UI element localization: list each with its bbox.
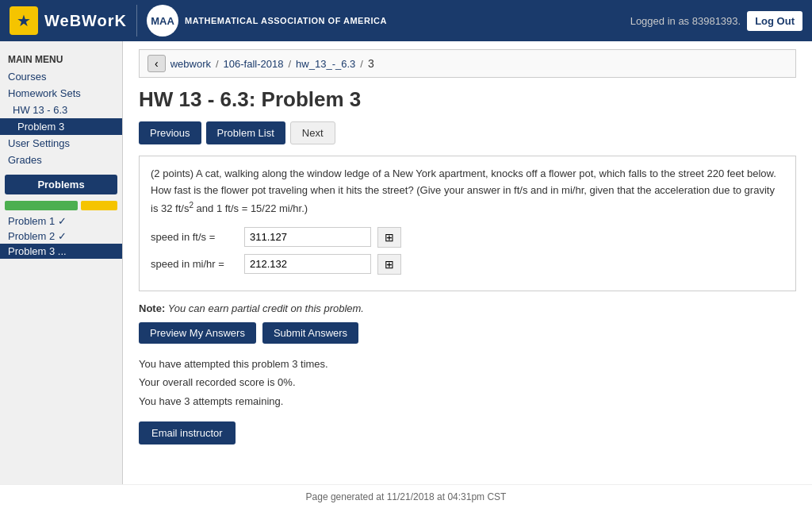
attempt-line2: Your overall recorded score is 0%. bbox=[139, 373, 796, 391]
webwork-logo: ★ WeBWorK bbox=[10, 6, 127, 35]
top-bar-right: Logged in as 83981393. Log Out bbox=[630, 11, 802, 31]
top-bar-left: ★ WeBWorK MAA MATHEMATICAL ASSOCIATION O… bbox=[10, 5, 387, 37]
breadcrumb-sep1: / bbox=[216, 58, 219, 70]
logout-button[interactable]: Log Out bbox=[747, 11, 802, 31]
breadcrumb-sep3: / bbox=[360, 58, 363, 70]
problem-list-button[interactable]: Problem List bbox=[206, 121, 285, 144]
page-title: HW 13 - 6.3: Problem 3 bbox=[139, 87, 796, 112]
breadcrumb-number: 3 bbox=[368, 57, 374, 70]
back-button[interactable]: ‹ bbox=[147, 55, 166, 72]
breadcrumb-hw[interactable]: hw_13_-_6.3 bbox=[296, 58, 355, 70]
sidebar-problem1[interactable]: Problem 1 ✓ bbox=[0, 214, 122, 229]
note-text: Note: You can earn partial credit on thi… bbox=[139, 302, 796, 314]
breadcrumb-webwork[interactable]: webwork bbox=[170, 58, 211, 70]
webwork-title: WeBWorK bbox=[44, 12, 127, 30]
submit-answers-button[interactable]: Submit Answers bbox=[262, 322, 358, 344]
breadcrumb: ‹ webwork / 106-fall-2018 / hw_13_-_6.3 … bbox=[139, 49, 796, 78]
problem-box: (2 points) A cat, walking along the wind… bbox=[139, 156, 796, 291]
attempt-info: You have attempted this problem 3 times.… bbox=[139, 355, 796, 410]
main-menu-label: MAIN MENU bbox=[0, 49, 122, 68]
sidebar-problem2[interactable]: Problem 2 ✓ bbox=[0, 229, 122, 244]
sidebar-item-user-settings[interactable]: User Settings bbox=[0, 135, 122, 152]
action-buttons: Preview My Answers Submit Answers bbox=[139, 322, 796, 344]
progress-green bbox=[5, 201, 78, 210]
sidebar: MAIN MENU Courses Homework Sets HW 13 - … bbox=[0, 41, 123, 484]
footer: Page generated at 11/21/2018 at 04:31pm … bbox=[0, 484, 812, 508]
footer-text: Page generated at 11/21/2018 at 04:31pm … bbox=[306, 491, 507, 502]
progress-bar bbox=[5, 201, 117, 210]
note-content: You can earn partial credit on this prob… bbox=[168, 302, 364, 314]
grid-icon-fts[interactable]: ⊞ bbox=[377, 227, 401, 248]
sidebar-item-grades[interactable]: Grades bbox=[0, 152, 122, 168]
sidebar-item-problem3[interactable]: Problem 3 bbox=[0, 118, 122, 135]
speed-fts-label: speed in ft/s = bbox=[151, 231, 238, 243]
next-button[interactable]: Next bbox=[290, 121, 335, 144]
nav-buttons: Previous Problem List Next bbox=[139, 121, 796, 144]
breadcrumb-course[interactable]: 106-fall-2018 bbox=[224, 58, 284, 70]
speed-mihr-label: speed in mi/hr = bbox=[151, 258, 238, 270]
top-bar: ★ WeBWorK MAA MATHEMATICAL ASSOCIATION O… bbox=[0, 0, 812, 41]
email-instructor-button[interactable]: Email instructor bbox=[139, 421, 236, 444]
layout: MAIN MENU Courses Homework Sets HW 13 - … bbox=[0, 41, 812, 484]
sidebar-problem3-active[interactable]: Problem 3 ... bbox=[0, 244, 122, 259]
previous-button[interactable]: Previous bbox=[139, 121, 201, 144]
progress-yellow bbox=[81, 201, 117, 210]
maa-logo: MAA MATHEMATICAL ASSOCIATION OF AMERICA bbox=[136, 5, 387, 37]
breadcrumb-sep2: / bbox=[288, 58, 291, 70]
sidebar-item-courses[interactable]: Courses bbox=[0, 68, 122, 85]
logged-in-label: Logged in as 83981393. bbox=[630, 15, 741, 27]
attempt-line1: You have attempted this problem 3 times. bbox=[139, 355, 796, 373]
problems-box-label: Problems bbox=[5, 175, 117, 194]
main-content: ‹ webwork / 106-fall-2018 / hw_13_-_6.3 … bbox=[123, 41, 812, 484]
maa-text: MATHEMATICAL ASSOCIATION OF AMERICA bbox=[185, 15, 387, 26]
preview-answers-button[interactable]: Preview My Answers bbox=[139, 322, 256, 344]
sidebar-item-homework-sets[interactable]: Homework Sets bbox=[0, 85, 122, 102]
speed-fts-input[interactable] bbox=[244, 227, 371, 247]
note-label: Note: bbox=[139, 302, 165, 314]
speed-mihr-row: speed in mi/hr = ⊞ bbox=[151, 254, 784, 275]
attempt-line3: You have 3 attempts remaining. bbox=[139, 392, 796, 410]
webwork-star-icon: ★ bbox=[10, 6, 38, 35]
speed-fts-row: speed in ft/s = ⊞ bbox=[151, 227, 784, 248]
maa-circle-icon: MAA bbox=[147, 5, 178, 37]
problem-text: (2 points) A cat, walking along the wind… bbox=[151, 166, 784, 217]
speed-mihr-input[interactable] bbox=[244, 254, 371, 274]
sidebar-item-hw13[interactable]: HW 13 - 6.3 bbox=[0, 102, 122, 118]
grid-icon-mihr[interactable]: ⊞ bbox=[377, 254, 401, 275]
